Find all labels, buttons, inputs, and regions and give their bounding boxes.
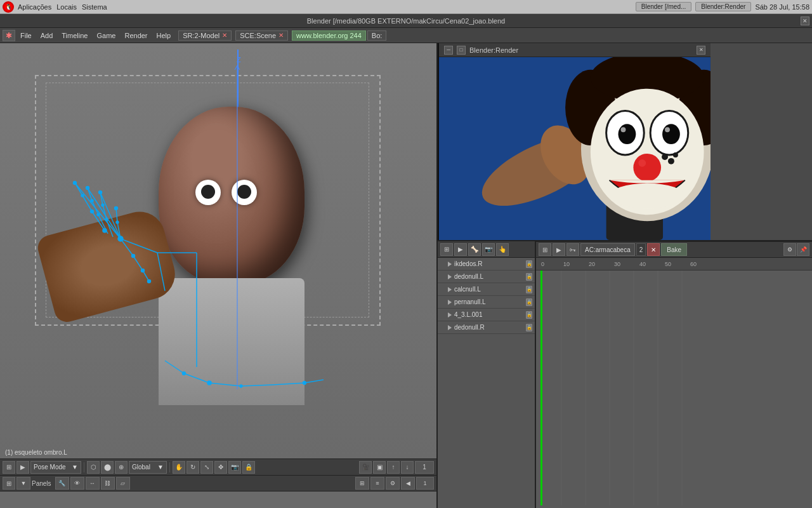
action-icon[interactable]: ⊞ bbox=[539, 243, 551, 256]
sr-selector[interactable]: SR:2-Model ✕ bbox=[178, 30, 232, 41]
grid-icon[interactable]: ⊞ bbox=[355, 477, 369, 490]
game-menu[interactable]: Game bbox=[93, 30, 119, 41]
frame-back-icon[interactable]: ◀ bbox=[401, 477, 415, 490]
mode-label: Pose Mode bbox=[34, 464, 66, 471]
settings-icon[interactable]: ⚙ bbox=[783, 243, 796, 256]
file-menu[interactable]: File bbox=[16, 30, 36, 41]
bone-item-4-3-l[interactable]: 4_3.L.001 🔒 bbox=[438, 309, 535, 321]
svg-line-42 bbox=[304, 380, 324, 383]
shape-icon[interactable]: ▱ bbox=[116, 477, 130, 490]
scene-background: Z (1) esqueleto ombro.L bbox=[0, 43, 436, 458]
svg-point-73 bbox=[668, 158, 674, 164]
mode-selector[interactable]: Pose Mode ▼ bbox=[30, 461, 81, 474]
svg-point-70 bbox=[633, 154, 661, 182]
action-key-icon[interactable]: 🗝 bbox=[566, 243, 579, 256]
help-menu[interactable]: Help bbox=[153, 30, 175, 41]
viewport-toolbar-3d: ⊞ ▶ Pose Mode ▼ ⬡ ⬤ ⊕ Global ▼ ✋ ↻ ⤡ ✥ 📷… bbox=[0, 458, 436, 475]
bone-item-dedonull-l[interactable]: dedonull.L 🔒 bbox=[438, 271, 535, 283]
mode-label-text: (1) esqueleto ombro.L bbox=[5, 449, 67, 456]
snap-icon[interactable]: ⊕ bbox=[115, 461, 128, 474]
bone-camera-icon[interactable]: 📷 bbox=[482, 243, 495, 256]
svg-point-75 bbox=[610, 184, 685, 209]
timeline-menu[interactable]: Timeline bbox=[58, 30, 91, 41]
lock-icon[interactable]: 🔒 bbox=[242, 461, 255, 474]
sistema-menu[interactable]: Sistema bbox=[82, 3, 107, 11]
bo-field: Bo: bbox=[367, 30, 387, 41]
sr-close[interactable]: ✕ bbox=[222, 32, 227, 39]
action-name-field[interactable]: AC:armacabeca bbox=[580, 243, 635, 256]
right-panel: ─ □ Blender:Render ✕ bbox=[438, 43, 812, 508]
menu-bar: ✱ File Add Timeline Game Render Help SR:… bbox=[0, 28, 812, 43]
timeline-tracks[interactable] bbox=[536, 271, 812, 505]
transform-icon[interactable]: ↔ bbox=[86, 477, 100, 490]
sce-close[interactable]: ✕ bbox=[278, 32, 284, 39]
corner-icon[interactable]: ⊞ bbox=[3, 477, 15, 490]
action-play-icon[interactable]: ▶ bbox=[553, 243, 565, 256]
pin-icon[interactable]: 📌 bbox=[797, 243, 809, 256]
mesh-icon[interactable]: ⬡ bbox=[87, 461, 100, 474]
render-taskbar-btn[interactable]: Blender:Render bbox=[695, 2, 751, 11]
tools-icon[interactable]: 🔧 bbox=[55, 477, 69, 490]
action-x-btn[interactable]: ✕ bbox=[647, 243, 660, 256]
bone-play-icon[interactable]: ▶ bbox=[454, 243, 467, 256]
list-icon[interactable]: ≡ bbox=[370, 477, 384, 490]
frame-num-display: 1 bbox=[416, 477, 434, 490]
render-menu[interactable]: Render bbox=[121, 30, 151, 41]
scale-icon[interactable]: ⤡ bbox=[200, 461, 213, 474]
bone-item-ikdedos[interactable]: ikdedos.R 🔒 bbox=[438, 258, 535, 271]
action-num-label: 2 bbox=[639, 246, 643, 253]
bone-item-dedonull-r[interactable]: dedonull.R 🔒 bbox=[438, 321, 535, 334]
vertex-icon[interactable]: ⬤ bbox=[101, 461, 114, 474]
panels-triangle[interactable]: ▼ bbox=[16, 477, 30, 490]
camera-view-icon[interactable]: 🎥 bbox=[359, 461, 372, 474]
render-win-box[interactable]: □ bbox=[457, 46, 466, 55]
global-dropdown: ▼ bbox=[157, 464, 164, 471]
bone-item-pernanull[interactable]: pernanull.L 🔒 bbox=[438, 296, 535, 309]
timeline-right: ⊞ ▶ 🗝 AC:armacabeca 2 ✕ Bake ⚙ 📌 bbox=[536, 241, 812, 508]
add-menu[interactable]: Add bbox=[37, 30, 57, 41]
render-win-close[interactable]: ✕ bbox=[697, 46, 705, 55]
sep1 bbox=[84, 462, 84, 472]
frame-field[interactable]: 1 bbox=[415, 461, 434, 474]
bone-list-toolbar: ⊞ ▶ 🦴 📷 👆 bbox=[438, 241, 535, 258]
bake-btn[interactable]: Bake bbox=[661, 243, 687, 256]
mode-dropdown-icon: ▼ bbox=[72, 464, 78, 471]
arrow-up-icon[interactable]: ↑ bbox=[387, 461, 400, 474]
constraint-icon[interactable]: ⛓ bbox=[101, 477, 115, 490]
bone-label-calcnull: calcnull.L bbox=[454, 286, 523, 293]
view-icon[interactable]: ⊞ bbox=[3, 461, 15, 474]
bone-list-icon[interactable]: ⊞ bbox=[440, 243, 453, 256]
render-icon[interactable]: ▣ bbox=[373, 461, 386, 474]
play-icon[interactable]: ▶ bbox=[16, 461, 29, 474]
camera-icon[interactable]: 📷 bbox=[228, 461, 241, 474]
rotate-icon[interactable]: ↻ bbox=[187, 461, 199, 474]
viewport-3d[interactable]: Z (1) esqueleto ombro.L ⊞ ▶ Pose Mode ▼ … bbox=[0, 43, 438, 508]
render-win-min[interactable]: ─ bbox=[444, 46, 453, 55]
www-badge[interactable]: www.blender.org 244 bbox=[292, 30, 366, 41]
viewport-mode-label: (1) esqueleto ombro.L bbox=[5, 449, 67, 456]
transform-selector[interactable]: Global ▼ bbox=[129, 461, 167, 474]
hand-icon[interactable]: ✋ bbox=[173, 461, 185, 474]
bone-finger-icon[interactable]: 👆 bbox=[496, 243, 509, 256]
eye-left bbox=[195, 180, 221, 205]
close-btn[interactable]: ✕ bbox=[801, 17, 809, 25]
scene-icon[interactable]: ⚙ bbox=[386, 477, 400, 490]
aplicacoes-menu[interactable]: Aplicações bbox=[18, 3, 51, 11]
move-icon[interactable]: ✥ bbox=[214, 461, 227, 474]
sce-selector[interactable]: SCE:Scene ✕ bbox=[235, 30, 288, 41]
svg-point-67 bbox=[662, 124, 680, 144]
bone-pose-icon[interactable]: 🦴 bbox=[468, 243, 481, 256]
blender-taskbar-btn[interactable]: Blender [/med... bbox=[636, 2, 692, 11]
bone-label-dedonull-r: dedonull.R bbox=[454, 324, 523, 331]
eye-right bbox=[232, 180, 257, 205]
3d-canvas[interactable]: Z (1) esqueleto ombro.L bbox=[0, 43, 436, 458]
action-num-field[interactable]: 2 bbox=[636, 243, 646, 256]
right-split: ⊞ ▶ 🦴 📷 👆 ikdedos.R 🔒 dedonull.L bbox=[438, 240, 812, 508]
system-bar: 🐧 Aplicações Locais Sistema Blender [/me… bbox=[0, 0, 812, 14]
arrow-down-icon[interactable]: ↓ bbox=[401, 461, 414, 474]
ruler-60: 60 bbox=[690, 261, 697, 267]
locais-menu[interactable]: Locais bbox=[56, 3, 77, 11]
character-body bbox=[159, 278, 304, 405]
bone-item-calcnull[interactable]: calcnull.L 🔒 bbox=[438, 283, 535, 296]
view-prop-icon[interactable]: 👁 bbox=[70, 477, 84, 490]
